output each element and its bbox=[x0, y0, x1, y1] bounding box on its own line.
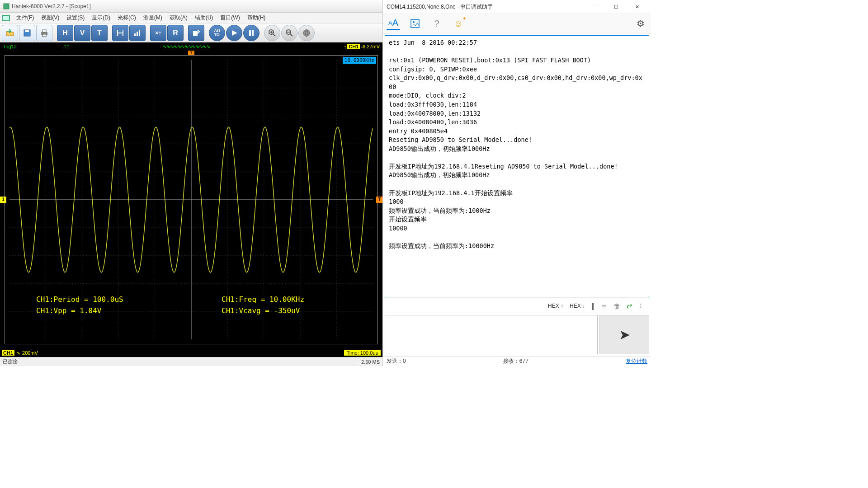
scope-title-text: Hantek-6000 Ver2.2.7 - [Scope1] bbox=[12, 3, 91, 9]
channel-info: CH1 ∿ 200mV bbox=[2, 350, 38, 356]
serial-terminal-window: COM14,115200,None,8,One - 串口调试助手 ─ ☐ ✕ A… bbox=[382, 0, 651, 366]
menu-window[interactable]: 窗口(W) bbox=[217, 13, 243, 23]
vert-button[interactable]: V bbox=[74, 25, 90, 41]
open-button[interactable] bbox=[2, 25, 18, 41]
trig-button[interactable]: T bbox=[91, 25, 108, 41]
horiz-button[interactable]: H bbox=[57, 25, 73, 41]
wave-preview-icon: ∿∿∿∿∿∿∿∿∿∿∿∿∿ bbox=[163, 44, 210, 50]
svg-rect-2 bbox=[3, 16, 9, 20]
timebase-value: Time: 100.0us bbox=[344, 350, 381, 356]
trig-level-value: -6.27mV bbox=[361, 44, 380, 49]
measurement-vpp: CH1:Vpp = 1.04V bbox=[36, 306, 102, 315]
frequency-counter: 10.6360KHz bbox=[343, 57, 376, 64]
print-button[interactable] bbox=[36, 25, 52, 41]
menu-display[interactable]: 显示(D) bbox=[88, 13, 114, 23]
scope-display[interactable]: T 10.6360KHz 1 T CH1:Period = 100.0uS CH… bbox=[0, 51, 382, 349]
clear-button[interactable]: 🗑 bbox=[613, 302, 620, 310]
reset-counter-link[interactable]: 复位计数 bbox=[626, 357, 647, 365]
serial-input-row: ➤ bbox=[383, 313, 651, 356]
list-button[interactable]: ≣ bbox=[601, 302, 607, 310]
serial-log-output[interactable]: ets Jun 8 2016 00:22:57 rst:0x1 (POWERON… bbox=[385, 35, 649, 297]
svg-rect-11 bbox=[193, 31, 198, 36]
recv-count: 接收：677 bbox=[406, 357, 626, 365]
forward-button[interactable]: 〉 bbox=[639, 302, 646, 310]
serial-midbar: HEX ↑ HEX ↓ ‖ ≣ 🗑 ⇄ 〉 bbox=[383, 299, 651, 313]
zoom-out-button[interactable] bbox=[281, 25, 297, 41]
help-button[interactable]: ? bbox=[430, 17, 443, 30]
measure-button[interactable] bbox=[129, 25, 146, 41]
emoji-button[interactable]: ☺✦ bbox=[452, 17, 465, 30]
maximize-button[interactable]: ☐ bbox=[606, 0, 627, 14]
measurement-vavg: CH1:Vcavg = -350uV bbox=[222, 306, 300, 315]
menu-acquire[interactable]: 获取(A) bbox=[166, 13, 191, 23]
send-button[interactable]: ➤ bbox=[599, 315, 649, 354]
scope-toolbar: H V T ×÷ R AUTO bbox=[0, 23, 382, 42]
save-button[interactable] bbox=[19, 25, 35, 41]
ch1-zero-marker[interactable]: 1 bbox=[0, 197, 6, 203]
pause-button[interactable]: ‖ bbox=[591, 302, 595, 310]
svg-rect-10 bbox=[139, 30, 140, 36]
trig-ch-label: CH1 bbox=[347, 44, 360, 49]
run-button[interactable] bbox=[226, 25, 242, 41]
ch-label: CH1 bbox=[2, 350, 14, 356]
svg-rect-9 bbox=[137, 32, 138, 36]
menu-measure[interactable]: 测量(M) bbox=[140, 13, 166, 23]
scope-bottom-strip: CH1 ∿ 200mV Time: 100.0us bbox=[0, 349, 382, 357]
serial-toolbar: AA ? ☺✦ ⚙ bbox=[383, 14, 651, 33]
swap-button[interactable]: ⇄ bbox=[627, 302, 632, 310]
image-tool-button[interactable] bbox=[408, 17, 422, 30]
menu-file[interactable]: 文件(F) bbox=[13, 13, 38, 23]
coupling-icon: ∿ bbox=[16, 350, 20, 356]
pulse-icon: ⎍⎍ bbox=[63, 44, 70, 50]
oscilloscope-window: Hantek-6000 Ver2.2.7 - [Scope1] 文件(F) 视图… bbox=[0, 0, 382, 366]
svg-point-38 bbox=[413, 21, 415, 23]
serial-input-field[interactable] bbox=[385, 315, 598, 354]
svg-rect-7 bbox=[42, 34, 46, 37]
menu-icon bbox=[2, 15, 10, 21]
search-button[interactable] bbox=[188, 25, 204, 41]
sample-rate: 2.50 MS bbox=[361, 359, 380, 365]
stop-button[interactable] bbox=[243, 25, 259, 41]
svg-rect-13 bbox=[252, 30, 254, 36]
auto-button[interactable]: AUTO bbox=[209, 25, 225, 41]
ref-button[interactable]: R bbox=[167, 25, 184, 41]
menu-view[interactable]: 视图(V) bbox=[38, 13, 63, 23]
hex-up-button[interactable]: HEX ↑ bbox=[548, 303, 563, 309]
serial-statusbar: 发送：0 接收：677 复位计数 bbox=[383, 356, 651, 366]
trigger-channel-badge: ↑ CH1 -6.27mV bbox=[344, 43, 380, 50]
scope-status-strip: Trig'D ⎍⎍ ∿∿∿∿∿∿∿∿∿∿∿∿∿ ↑ CH1 -6.27mV bbox=[0, 42, 382, 51]
menu-help[interactable]: 帮助(H) bbox=[244, 13, 269, 23]
scope-titlebar[interactable]: Hantek-6000 Ver2.2.7 - [Scope1] bbox=[0, 0, 382, 13]
scope-statusbar: 已连接 2.50 MS bbox=[0, 357, 382, 366]
menu-cursor[interactable]: 光标(C) bbox=[114, 13, 140, 23]
svg-rect-37 bbox=[411, 19, 419, 28]
serial-titlebar[interactable]: COM14,115200,None,8,One - 串口调试助手 ─ ☐ ✕ bbox=[383, 0, 651, 14]
svg-rect-0 bbox=[4, 4, 9, 9]
svg-rect-12 bbox=[249, 30, 251, 36]
zoom-in-button[interactable] bbox=[264, 25, 280, 41]
cursor-button[interactable] bbox=[112, 25, 128, 41]
vdiv-value: 200mV bbox=[22, 350, 38, 356]
text-size-button[interactable]: AA bbox=[387, 17, 400, 30]
trig-edge-icon: ↑ bbox=[344, 43, 347, 50]
measurement-period: CH1:Period = 100.0uS bbox=[36, 295, 123, 304]
minimize-button[interactable]: ─ bbox=[585, 0, 606, 14]
svg-point-16 bbox=[303, 29, 310, 37]
trigger-status: Trig'D bbox=[0, 44, 19, 49]
svg-rect-4 bbox=[25, 30, 29, 32]
sent-count: 发送：0 bbox=[387, 357, 406, 365]
close-button[interactable]: ✕ bbox=[627, 0, 647, 14]
math-button[interactable]: ×÷ bbox=[150, 25, 166, 41]
menu-settings[interactable]: 设置(S) bbox=[63, 13, 88, 23]
trig-level-marker[interactable]: T bbox=[376, 197, 382, 203]
settings-button[interactable]: ⚙ bbox=[634, 17, 647, 30]
trigger-pos-marker[interactable]: T bbox=[188, 51, 194, 55]
hex-down-button[interactable]: HEX ↓ bbox=[570, 303, 585, 309]
app-icon bbox=[3, 3, 10, 10]
globe-button[interactable] bbox=[298, 25, 315, 41]
measurement-freq: CH1:Freq = 10.00KHz bbox=[222, 295, 304, 304]
menu-utility[interactable]: 辅助(U) bbox=[191, 13, 217, 23]
connection-status: 已连接 bbox=[3, 358, 18, 365]
svg-rect-8 bbox=[134, 33, 136, 36]
scope-menubar: 文件(F) 视图(V) 设置(S) 显示(D) 光标(C) 测量(M) 获取(A… bbox=[0, 13, 382, 23]
